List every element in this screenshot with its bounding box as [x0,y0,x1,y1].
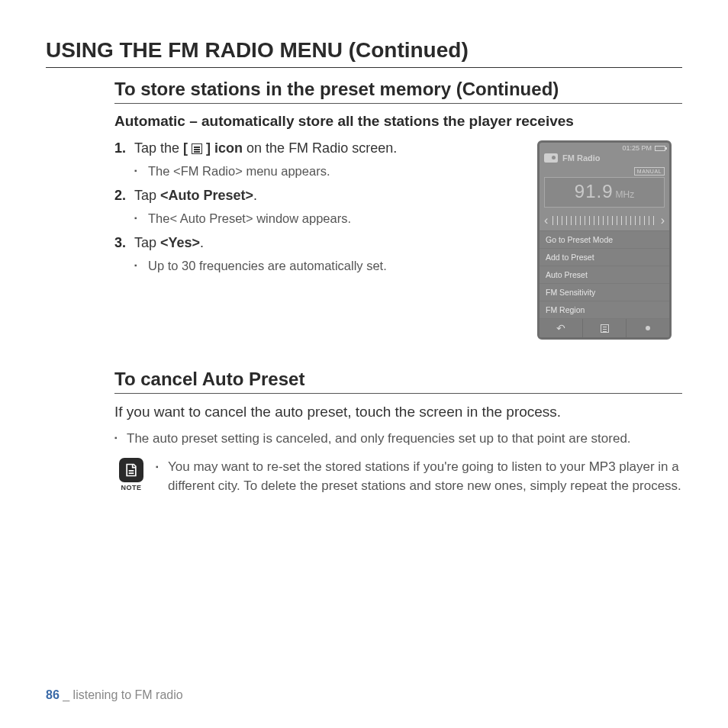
chapter-name: listening to FM radio [73,688,183,701]
step-2-bold: <Auto Preset> [160,188,253,203]
instruction-column: Tap the [ ] icon on the FM Radio screen.… [114,140,537,340]
note-icon [119,458,143,482]
scale-ticks [552,214,656,227]
record-icon [627,319,669,337]
step-2-text-pre: Tap [134,188,160,203]
step-1: Tap the [ ] icon on the FM Radio screen.… [114,140,528,180]
radio-icon [544,153,558,163]
automatic-heading: Automatic – automatically store all the … [114,113,682,130]
device-bottom-bar: ↶ [540,319,669,337]
step-3: Tap <Yes>. Up to 30 frequencies are auto… [114,235,528,275]
menu-item-add-preset: Add to Preset [540,249,669,266]
step-1-text-post: on the FM Radio screen. [243,140,397,156]
step-2: Tap <Auto Preset>. The< Auto Preset> win… [114,188,528,227]
cancel-body: If you want to cancel the auto preset, t… [114,403,682,422]
frequency-display: 91.9MHz [544,177,665,208]
device-menu-list: Go to Preset Mode Add to Preset Auto Pre… [540,230,669,319]
device-app-title: FM Radio [562,153,601,163]
device-status-bar: 01:25 PM [540,143,669,153]
note-label: NOTE [114,484,148,491]
footer-sep: _ [60,688,73,701]
menu-item-fm-region: FM Region [540,301,669,319]
device-app-title-row: FM Radio [540,153,669,166]
page-title: USING THE FM RADIO MENU (Continued) [46,38,682,68]
section-title: To store stations in the preset memory (… [114,79,682,104]
cancel-title: To cancel Auto Preset [114,369,682,394]
note-block: NOTE You may want to re-set the stored s… [114,458,682,495]
chevron-left-icon: ‹ [543,214,549,227]
mode-badge: MANUAL [634,167,665,176]
chevron-right-icon: › [659,214,666,227]
menu-item-preset-mode: Go to Preset Mode [540,231,669,249]
page-footer: 86 _ listening to FM radio [46,688,183,702]
menu-item-fm-sensitivity: FM Sensitivity [540,284,669,301]
step-3-sub: Up to 30 frequencies are automatically s… [134,257,528,275]
step-3-text-pre: Tap [134,235,160,250]
step-1-text-pre: Tap the [134,140,183,156]
frequency-value: 91.9 [575,181,614,201]
page-number: 86 [46,688,60,701]
cancel-bullet: The auto preset setting is canceled, and… [114,430,682,448]
menu-icon [192,143,202,154]
device-time: 01:25 PM [622,144,652,152]
note-text: You may want to re-set the stored statio… [156,458,682,495]
tuning-scale: ‹ › [540,212,669,230]
back-icon: ↶ [540,319,583,337]
step-2-text-post: . [253,188,257,203]
step-list: Tap the [ ] icon on the FM Radio screen.… [114,140,528,275]
step-1-sub: The <FM Radio> menu appears. [134,163,528,180]
step-1-bracket-open: [ [183,140,188,156]
menu-item-auto-preset: Auto Preset [540,266,669,284]
device-screenshot: 01:25 PM FM Radio MANUAL 91.9MHz ‹ › Go … [537,140,672,340]
list-icon [583,319,627,337]
frequency-unit: MHz [616,189,635,200]
step-1-bracket-close: ] icon [206,140,243,156]
step-2-sub: The< Auto Preset> window appears. [134,210,528,227]
step-3-bold: <Yes> [160,235,200,250]
battery-icon [655,146,665,151]
step-3-text-post: . [200,235,204,250]
